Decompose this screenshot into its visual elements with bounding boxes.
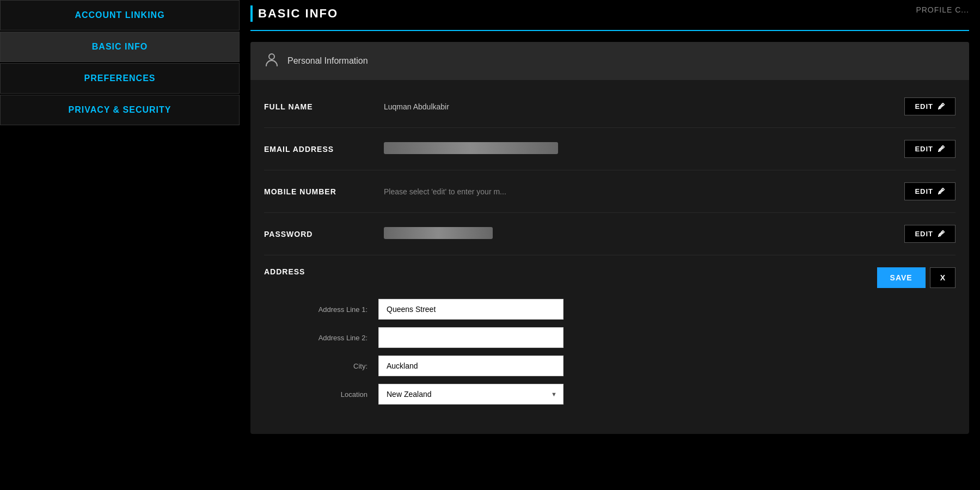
sidebar-item-account-linking[interactable]: ACCOUNT LINKING — [0, 0, 240, 30]
address-line1-label: Address Line 1: — [280, 305, 367, 314]
section-title: Personal Information — [287, 56, 368, 66]
address-location-label: Location — [280, 390, 367, 399]
edit-email-icon: 🖉 — [938, 145, 945, 153]
address-line2-input[interactable] — [378, 327, 564, 348]
cancel-address-button[interactable]: X — [930, 267, 955, 288]
field-row-address: ADDRESS SAVE X — [264, 255, 955, 293]
email-masked — [384, 142, 558, 154]
mobile-label: MOBILE NUMBER — [264, 187, 384, 196]
sidebar-item-basic-info[interactable]: BASIC INFO — [0, 32, 240, 62]
address-city-label: City: — [280, 362, 367, 370]
address-location-select-wrapper: New Zealand Australia United Kingdom Uni… — [378, 384, 564, 405]
edit-mobile-button[interactable]: EDIT 🖉 — [904, 182, 955, 200]
main-content: BASIC INFO PROFILE C... Personal Informa… — [240, 0, 980, 490]
edit-icon: 🖉 — [938, 102, 945, 111]
address-location-row: Location New Zealand Australia United Ki… — [280, 384, 955, 405]
personal-info-card: Personal Information FULL NAME Luqman Ab… — [250, 42, 969, 434]
full-name-label: FULL NAME — [264, 102, 384, 111]
address-line1-input[interactable] — [378, 299, 564, 320]
field-row-mobile: MOBILE NUMBER Please select 'edit' to en… — [264, 170, 955, 213]
full-name-value: Luqman Abdulkabir — [384, 102, 904, 111]
section-header: Personal Information — [250, 42, 969, 80]
page-title-container: BASIC INFO — [250, 5, 338, 22]
page-title-bar — [250, 5, 253, 22]
sidebar-item-privacy-security[interactable]: PRIVACY & SECURITY — [0, 95, 240, 125]
email-value — [384, 142, 904, 156]
address-line2-label: Address Line 2: — [280, 334, 367, 342]
sidebar-item-preferences[interactable]: PREFERENCES — [0, 63, 240, 94]
section-body: FULL NAME Luqman Abdulkabir EDIT 🖉 EMAIL… — [250, 80, 969, 434]
email-label: EMAIL ADDRESS — [264, 145, 384, 154]
field-row-password: PASSWORD EDIT 🖉 — [264, 213, 955, 255]
sidebar: ACCOUNT LINKING BASIC INFO PREFERENCES P… — [0, 0, 240, 490]
address-line2-row: Address Line 2: — [280, 327, 955, 348]
person-icon — [264, 52, 279, 70]
edit-mobile-icon: 🖉 — [938, 187, 945, 195]
profile-complete-label: PROFILE C... — [916, 5, 969, 14]
edit-email-button[interactable]: EDIT 🖉 — [904, 140, 955, 158]
password-label: PASSWORD — [264, 230, 384, 238]
address-city-input[interactable] — [378, 356, 564, 376]
address-line1-row: Address Line 1: — [280, 299, 955, 320]
mobile-value: Please select 'edit' to enter your m... — [384, 187, 904, 196]
page-title: BASIC INFO — [258, 7, 338, 21]
edit-full-name-button[interactable]: EDIT 🖉 — [904, 97, 955, 115]
address-form: Address Line 1: Address Line 2: City: Lo… — [264, 293, 955, 418]
password-value — [384, 227, 904, 241]
address-actions: SAVE X — [877, 267, 955, 288]
save-address-button[interactable]: SAVE — [877, 267, 926, 288]
password-masked — [384, 227, 493, 239]
address-city-row: City: — [280, 356, 955, 376]
address-location-select[interactable]: New Zealand Australia United Kingdom Uni… — [378, 384, 564, 405]
page-header: BASIC INFO PROFILE C... — [250, 0, 969, 31]
edit-password-icon: 🖉 — [938, 230, 945, 238]
address-label: ADDRESS — [264, 267, 384, 276]
field-row-full-name: FULL NAME Luqman Abdulkabir EDIT 🖉 — [264, 85, 955, 128]
svg-point-0 — [269, 54, 274, 59]
field-row-email: EMAIL ADDRESS EDIT 🖉 — [264, 128, 955, 170]
edit-password-button[interactable]: EDIT 🖉 — [904, 225, 955, 243]
